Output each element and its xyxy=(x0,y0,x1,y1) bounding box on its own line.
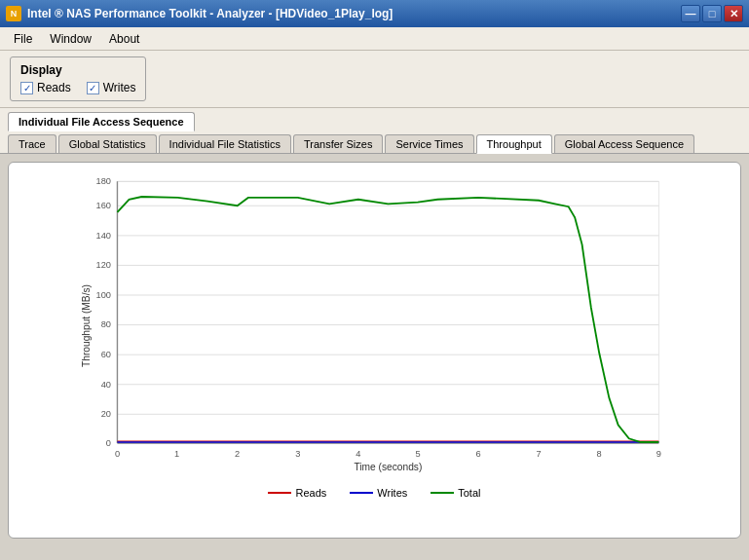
total-legend-label: Total xyxy=(458,487,480,499)
svg-text:6: 6 xyxy=(475,449,480,459)
app-icon: N xyxy=(6,6,21,21)
maximize-button[interactable]: □ xyxy=(702,5,722,22)
svg-text:160: 160 xyxy=(96,201,111,210)
legend-reads: Reads xyxy=(268,487,326,499)
close-button[interactable]: ✕ xyxy=(724,5,743,22)
subtab-transfer-sizes[interactable]: Transfer Sizes xyxy=(293,134,384,153)
subtab-service-times[interactable]: Service Times xyxy=(385,134,473,153)
throughput-chart: Throughput (MB/s) 0 20 40 60 80 100 xyxy=(19,172,730,479)
toolbar: Display ✓ Reads ✓ Writes xyxy=(0,51,749,108)
reads-checkbox[interactable]: ✓ Reads xyxy=(20,81,71,94)
svg-rect-1 xyxy=(117,181,658,443)
main-content: Throughput (MB/s) 0 20 40 60 80 100 xyxy=(0,154,749,546)
svg-text:1: 1 xyxy=(174,449,179,459)
svg-text:0: 0 xyxy=(115,449,120,459)
svg-text:Throughput (MB/s): Throughput (MB/s) xyxy=(81,284,92,367)
menu-file[interactable]: File xyxy=(6,30,40,48)
title-bar: N Intel ® NAS Performance Toolkit - Anal… xyxy=(0,0,749,27)
subtab-individual-file-stats[interactable]: Individual File Statistics xyxy=(159,134,291,153)
svg-text:120: 120 xyxy=(96,260,111,270)
chart-legend: Reads Writes Total xyxy=(19,487,730,499)
svg-text:9: 9 xyxy=(656,449,661,459)
tab-individual-file-access[interactable]: Individual File Access Sequence xyxy=(8,112,195,131)
writes-legend-label: Writes xyxy=(377,487,407,499)
subtab-throughput[interactable]: Throughput xyxy=(476,134,552,154)
svg-text:60: 60 xyxy=(101,350,111,359)
svg-text:7: 7 xyxy=(537,449,542,459)
writes-legend-line xyxy=(350,492,373,494)
display-label: Display xyxy=(20,63,135,77)
reads-checkbox-box: ✓ xyxy=(20,82,33,94)
svg-text:2: 2 xyxy=(235,449,240,459)
svg-text:140: 140 xyxy=(96,231,111,241)
reads-legend-label: Reads xyxy=(295,487,326,499)
legend-total: Total xyxy=(431,487,480,499)
total-legend-line xyxy=(431,492,454,494)
outer-tab-section: Individual File Access Sequence xyxy=(0,108,749,131)
chart-container: Throughput (MB/s) 0 20 40 60 80 100 xyxy=(8,162,741,539)
svg-text:Time (seconds): Time (seconds) xyxy=(354,462,422,472)
writes-label: Writes xyxy=(103,81,136,94)
legend-writes: Writes xyxy=(350,487,407,499)
svg-text:80: 80 xyxy=(101,319,111,329)
svg-text:180: 180 xyxy=(96,176,111,186)
svg-text:5: 5 xyxy=(415,449,420,459)
svg-text:40: 40 xyxy=(101,380,111,390)
writes-checkbox[interactable]: ✓ Writes xyxy=(87,81,136,94)
svg-text:4: 4 xyxy=(356,449,360,459)
menu-window[interactable]: Window xyxy=(42,30,99,48)
writes-checkbox-box: ✓ xyxy=(87,82,99,94)
svg-text:20: 20 xyxy=(101,409,111,419)
svg-text:100: 100 xyxy=(96,290,111,300)
subtab-global-stats[interactable]: Global Statistics xyxy=(58,134,157,153)
svg-text:8: 8 xyxy=(597,449,602,459)
svg-text:0: 0 xyxy=(106,438,111,448)
svg-text:3: 3 xyxy=(295,449,300,459)
reads-legend-line xyxy=(268,492,291,494)
menu-about[interactable]: About xyxy=(101,30,147,48)
subtab-bar: Trace Global Statistics Individual File … xyxy=(0,131,749,154)
subtab-trace[interactable]: Trace xyxy=(8,134,56,153)
window-title: Intel ® NAS Performance Toolkit - Analyz… xyxy=(27,7,393,20)
menu-bar: File Window About xyxy=(0,27,749,51)
reads-label: Reads xyxy=(37,81,71,94)
subtab-global-access-seq[interactable]: Global Access Sequence xyxy=(554,134,694,153)
minimize-button[interactable]: — xyxy=(681,5,700,22)
chart-area: Throughput (MB/s) 0 20 40 60 80 100 xyxy=(19,172,730,479)
